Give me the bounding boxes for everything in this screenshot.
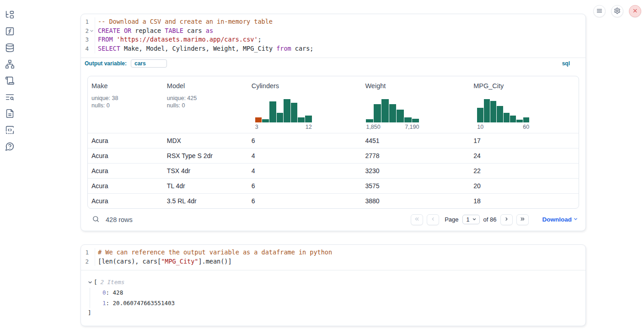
- help-bubble-icon[interactable]: [5, 142, 15, 151]
- function-square-icon[interactable]: [5, 26, 15, 36]
- table-cell: Acura: [88, 167, 163, 174]
- table-cell: 24: [470, 152, 579, 159]
- gear-icon: [614, 7, 621, 16]
- item-index: 0: [102, 289, 106, 296]
- close-icon: [632, 7, 639, 16]
- token-kw: FROM: [98, 36, 113, 43]
- table-cell: 22: [470, 167, 579, 174]
- tree-items: 0: 4281: 20.060747663551403: [90, 288, 585, 308]
- table-cell: 6: [248, 197, 362, 205]
- line-gutter: 1: [81, 17, 95, 26]
- search-icon[interactable]: [92, 215, 100, 224]
- histogram-bar: [516, 120, 522, 122]
- prev-page-button[interactable]: [427, 214, 439, 225]
- chevrons-left-icon: [414, 216, 420, 223]
- table-cell: TSX 4dr: [163, 167, 248, 174]
- column-header-model[interactable]: Modelunique: 425nulls: 0: [163, 76, 248, 133]
- histogram-bar: [291, 103, 298, 122]
- output-variable-label: Output variable:: [85, 60, 127, 67]
- column-header-mpg_city[interactable]: MPG_City1060: [470, 76, 579, 133]
- last-page-button[interactable]: [516, 214, 529, 225]
- token-pl: cars: [183, 27, 206, 34]
- document-icon[interactable]: [5, 109, 15, 118]
- table-cell: 4: [248, 167, 362, 174]
- table-cell: Acura: [88, 182, 163, 190]
- list-output-viewer: [2 Items0: 4281: 20.060747663551403]: [81, 270, 585, 326]
- line-number: 3: [81, 35, 89, 44]
- download-button[interactable]: Download: [542, 216, 579, 223]
- chevron-down-icon: [573, 216, 578, 223]
- token-pl: replace: [131, 27, 165, 34]
- fold-spacer: [89, 257, 95, 266]
- token-kw: SELECT: [98, 45, 120, 52]
- histogram-bars: [366, 99, 419, 122]
- scroll-icon[interactable]: [5, 76, 15, 85]
- code-line: 3FROM 'https://datasets.marimo.app/cars.…: [81, 35, 585, 44]
- collapse-chevron-icon[interactable]: [88, 280, 92, 285]
- notebook-cell-python: 1# We can reference the output variable …: [80, 244, 586, 326]
- file-tree-icon[interactable]: [5, 10, 15, 20]
- fold-spacer: [89, 17, 95, 26]
- fold-chevron-icon[interactable]: [89, 26, 95, 36]
- notebook-cell-sql: 1-- Download a CSV and create an in-memo…: [80, 14, 586, 231]
- table-row[interactable]: AcuraTSX 4dr4323022: [88, 163, 579, 178]
- line-gutter: 4: [81, 44, 95, 53]
- axis-min-label: 3: [255, 124, 258, 130]
- code-line: 4SELECT Make, Model, Cylinders, Weight, …: [81, 44, 585, 53]
- column-name: Model: [167, 82, 244, 90]
- column-name: Make: [91, 82, 160, 90]
- sql-code-editor[interactable]: 1-- Download a CSV and create an in-memo…: [81, 14, 585, 58]
- snippets-code-icon[interactable]: [5, 125, 15, 135]
- histogram-axis-labels: 312: [255, 124, 312, 130]
- histogram-bars: [255, 99, 312, 122]
- line-number: 2: [81, 26, 89, 36]
- line-number: 1: [81, 17, 89, 26]
- settings-button[interactable]: [611, 5, 623, 17]
- histogram-bar: [277, 113, 284, 122]
- table-row[interactable]: AcuraMDX6445117: [88, 133, 579, 148]
- table-cell: Acura: [88, 152, 163, 159]
- axis-min-label: 1,850: [366, 124, 380, 130]
- code-text: [len(cars), cars["MPG_City"].mean()]: [98, 257, 232, 266]
- tree-item: 1: 20.060747663551403: [102, 298, 585, 309]
- table-row[interactable]: AcuraRSX Type S 2dr4277824: [88, 148, 579, 163]
- chevrons-right-icon: [520, 216, 526, 223]
- chevron-right-icon: [504, 216, 510, 223]
- code-text: FROM 'https://datasets.marimo.app/cars.c…: [98, 35, 262, 44]
- histogram-bar: [305, 116, 312, 122]
- code-text: SELECT Make, Model, Cylinders, Weight, M…: [98, 44, 313, 53]
- notebook-controls: [593, 5, 641, 17]
- page-select[interactable]: 1: [462, 215, 480, 224]
- next-page-button[interactable]: [500, 214, 513, 225]
- histogram-axis-labels: 1,8507,190: [366, 124, 419, 130]
- item-value: : 20.060747663551403: [106, 300, 175, 307]
- tree-root-row: [2 Items: [88, 278, 585, 287]
- table-cell: 4451: [361, 137, 470, 144]
- table-row[interactable]: AcuraTL 4dr6357520: [88, 178, 579, 193]
- table-cell: 2778: [361, 152, 470, 159]
- database-icon[interactable]: [5, 43, 15, 53]
- first-page-button[interactable]: [411, 214, 423, 225]
- list-search-icon[interactable]: [5, 92, 15, 102]
- shutdown-button[interactable]: [629, 5, 641, 17]
- histogram-bar: [477, 108, 483, 122]
- table-footer: 428 rows Page 1 of 86: [87, 209, 579, 231]
- item-index: 1: [102, 300, 106, 307]
- python-code-editor[interactable]: 1# We can reference the output variable …: [81, 245, 585, 270]
- output-variable-input[interactable]: cars: [131, 59, 167, 68]
- histogram-bar: [298, 117, 305, 122]
- code-line: 1# We can reference the output variable …: [81, 248, 585, 257]
- table-row[interactable]: Acura3.5 RL 4dr6388018: [88, 193, 579, 208]
- chevron-down-icon: [472, 217, 477, 223]
- dependency-graph-icon[interactable]: [5, 59, 15, 69]
- item-count: 2 Items: [101, 278, 125, 287]
- histogram-bar: [269, 101, 276, 122]
- cell-language-badge: sql: [562, 60, 570, 67]
- column-header-cylinders[interactable]: Cylinders312: [248, 76, 362, 133]
- menu-button[interactable]: [593, 5, 606, 17]
- column-header-make[interactable]: Makeunique: 38nulls: 0: [88, 76, 163, 133]
- histogram-bar: [504, 113, 510, 122]
- table-header-row: Makeunique: 38nulls: 0Modelunique: 425nu…: [88, 76, 579, 133]
- column-header-weight[interactable]: Weight1,8507,190: [361, 76, 470, 133]
- hamburger-icon: [596, 7, 603, 16]
